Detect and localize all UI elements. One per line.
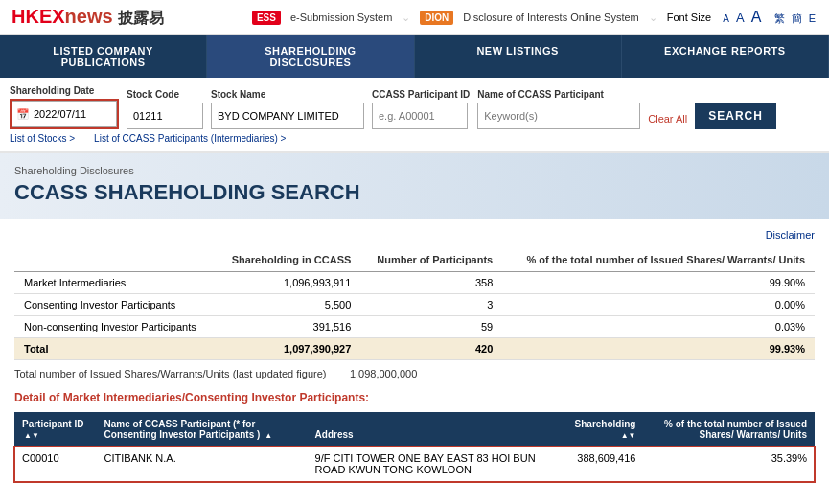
summary-participants: 3 — [360, 294, 502, 316]
search-row: Shareholding Date 📅 Stock Code Stock Nam… — [10, 85, 819, 129]
summary-table: Shareholding in CCASS Number of Particip… — [14, 248, 815, 360]
font-small[interactable]: A — [723, 13, 729, 24]
shareholding-date-field: Shareholding Date 📅 — [10, 85, 119, 129]
issued-shares-row: Total number of Issued Shares/Warrants/U… — [14, 368, 815, 379]
summary-participants: 358 — [360, 272, 502, 294]
summary-row: Total 1,097,390,927 420 99.93% — [14, 338, 815, 360]
summary-row: Market Intermediaries 1,096,993,911 358 … — [14, 272, 815, 294]
search-bar: Shareholding Date 📅 Stock Code Stock Nam… — [0, 78, 829, 153]
breadcrumb: Shareholding Disclosures — [14, 165, 815, 176]
summary-percentage: 0.00% — [502, 294, 815, 316]
summary-percentage: 99.90% — [502, 272, 815, 294]
summary-row: Consenting Investor Participants 5,500 3… — [14, 294, 815, 316]
summary-col-shareholding: Shareholding in CCASS — [216, 248, 361, 272]
detail-col-shareholding: Shareholding ▲▼ — [557, 412, 644, 447]
detail-address: 9/F CITI TOWER ONE BAY EAST 83 HOI BUN R… — [308, 447, 557, 482]
shareholding-date-label: Shareholding Date — [10, 85, 119, 96]
summary-row: Non-consenting Investor Participants 391… — [14, 316, 815, 338]
main-content: Disclaimer Shareholding in CCASS Number … — [0, 219, 829, 492]
ccass-id-input[interactable] — [372, 103, 468, 129]
page-header: Shareholding Disclosures CCASS SHAREHOLD… — [0, 153, 829, 219]
stock-name-field: Stock Name — [211, 89, 364, 129]
summary-participants: 59 — [360, 316, 502, 338]
nav-bar: LISTED COMPANY PUBLICATIONS SHAREHOLDING… — [0, 35, 829, 78]
ess-badge: ESS — [252, 11, 281, 25]
ccass-name-input[interactable] — [477, 103, 640, 129]
sort-shareholding-icon[interactable]: ▲▼ — [621, 431, 636, 440]
font-medium[interactable]: A — [736, 11, 745, 25]
list-of-ccass-link[interactable]: List of CCASS Participants (Intermediari… — [94, 133, 286, 144]
summary-col-participants: Number of Participants — [360, 248, 502, 272]
font-size-label: Font Size — [667, 11, 711, 23]
ccass-name-field: Name of CCASS Participant — [477, 89, 640, 129]
sub-links: List of Stocks > List of CCASS Participa… — [10, 133, 819, 144]
summary-col-category — [14, 248, 216, 272]
issued-shares-value: 1,098,000,000 — [350, 368, 417, 379]
issued-shares-label: Total number of Issued Shares/Warrants/U… — [14, 368, 326, 379]
detail-participant-name: CITIBANK N.A. — [97, 447, 308, 482]
page-title: CCASS SHAREHOLDING SEARCH — [14, 180, 815, 205]
font-size-ctrl[interactable]: A A A 繁 簡 E — [721, 9, 817, 26]
calendar-icon: 📅 — [16, 108, 30, 121]
detail-col-name: Name of CCASS Participant (* for Consent… — [97, 412, 308, 447]
summary-col-percentage: % of the total number of Issued Shares/ … — [502, 248, 815, 272]
summary-shareholding: 1,096,993,911 — [216, 272, 361, 294]
stock-name-label: Stock Name — [211, 89, 364, 100]
nav-listed-company[interactable]: LISTED COMPANY PUBLICATIONS — [0, 35, 207, 78]
detail-col-percentage: % of the total number of Issued Shares/ … — [643, 412, 815, 447]
detail-table: Participant ID ▲▼ Name of CCASS Particip… — [14, 412, 815, 482]
ccass-name-label: Name of CCASS Participant — [477, 89, 640, 100]
logo: HKEXnews 披露易 — [12, 6, 164, 29]
detail-col-id: Participant ID ▲▼ — [14, 412, 97, 447]
stock-code-input[interactable] — [127, 103, 203, 129]
lang-eng[interactable]: E — [809, 12, 816, 24]
lang-simp[interactable]: 簡 — [792, 12, 802, 24]
search-button[interactable]: SEARCH — [695, 103, 776, 129]
ess-link[interactable]: e-Submission System — [290, 11, 392, 23]
date-wrapper: 📅 — [10, 99, 119, 129]
top-bar: HKEXnews 披露易 ESS e-Submission System ⌄ D… — [0, 0, 829, 35]
sort-id-icon[interactable]: ▲▼ — [24, 431, 39, 440]
disclaimer-link[interactable]: Disclaimer — [14, 229, 815, 241]
summary-participants: 420 — [360, 338, 502, 360]
nav-new-listings[interactable]: NEW LISTINGS — [415, 35, 622, 78]
detail-col-address: Address — [308, 412, 557, 447]
stock-name-input[interactable] — [211, 103, 364, 129]
detail-percentage: 35.39% — [643, 447, 815, 482]
lang-trad[interactable]: 繁 — [774, 12, 785, 24]
summary-label: Market Intermediaries — [14, 272, 216, 294]
nav-shareholding[interactable]: SHAREHOLDING DISCLOSURES — [207, 35, 414, 78]
summary-shareholding: 1,097,390,927 — [216, 338, 361, 360]
stock-code-field: Stock Code — [127, 89, 203, 129]
dion-link[interactable]: Disclosure of Interests Online System — [463, 11, 638, 23]
logo-hkex: HKEX — [12, 6, 65, 27]
logo-chinese: 披露易 — [118, 10, 164, 26]
sort-name-icon[interactable]: ▲ — [265, 431, 272, 440]
top-bar-right: ESS e-Submission System ⌄ DION Disclosur… — [252, 9, 817, 26]
detail-header: Detail of Market Intermediaries/Consenti… — [14, 391, 815, 404]
ccass-id-field: CCASS Participant ID — [372, 89, 470, 129]
detail-row: C00010 CITIBANK N.A. 9/F CITI TOWER ONE … — [14, 447, 815, 482]
font-large[interactable]: A — [751, 9, 762, 25]
ccass-id-label: CCASS Participant ID — [372, 89, 470, 100]
summary-label: Consenting Investor Participants — [14, 294, 216, 316]
summary-percentage: 0.03% — [502, 316, 815, 338]
stock-code-label: Stock Code — [127, 89, 203, 100]
dion-badge: DION — [420, 11, 453, 25]
clear-all-link[interactable]: Clear All — [648, 113, 687, 125]
logo-news: news — [65, 6, 113, 27]
summary-label: Non-consenting Investor Participants — [14, 316, 216, 338]
summary-shareholding: 5,500 — [216, 294, 361, 316]
summary-label: Total — [14, 338, 216, 360]
detail-shareholding: 388,609,416 — [557, 447, 644, 482]
nav-exchange-reports[interactable]: EXCHANGE REPORTS — [622, 35, 829, 78]
detail-participant-id: C00010 — [14, 447, 97, 482]
list-of-stocks-link[interactable]: List of Stocks > — [10, 133, 75, 144]
summary-percentage: 99.93% — [502, 338, 815, 360]
summary-shareholding: 391,516 — [216, 316, 361, 338]
